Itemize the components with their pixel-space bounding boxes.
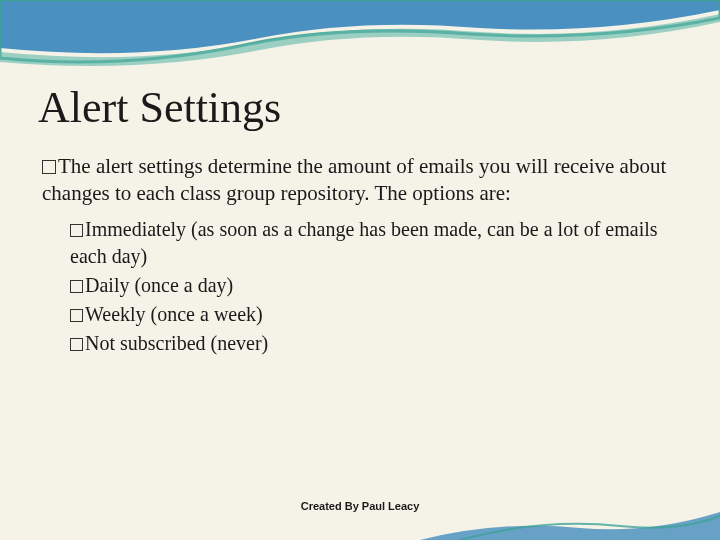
list-item-text: Immediately (as soon as a change has bee… — [70, 218, 658, 267]
bullet-box-icon — [70, 338, 83, 351]
options-list: Immediately (as soon as a change has bee… — [70, 216, 682, 357]
list-item: Immediately (as soon as a change has bee… — [70, 216, 682, 270]
list-item-text: Not subscribed (never) — [85, 332, 268, 354]
list-item: Not subscribed (never) — [70, 330, 682, 357]
slide-title: Alert Settings — [38, 85, 682, 131]
main-text-content: The alert settings determine the amount … — [42, 154, 666, 205]
footer-credit: Created By Paul Leacy — [0, 500, 720, 512]
slide-content: Alert Settings The alert settings determ… — [0, 0, 720, 357]
main-paragraph: The alert settings determine the amount … — [42, 153, 682, 208]
bullet-box-icon — [70, 309, 83, 322]
list-item-text: Daily (once a day) — [85, 274, 233, 296]
list-item-text: Weekly (once a week) — [85, 303, 263, 325]
bullet-box-icon — [70, 224, 83, 237]
decorative-wave-bottom — [420, 490, 720, 540]
bullet-box-icon — [70, 280, 83, 293]
bullet-box-icon — [42, 160, 56, 174]
list-item: Weekly (once a week) — [70, 301, 682, 328]
list-item: Daily (once a day) — [70, 272, 682, 299]
